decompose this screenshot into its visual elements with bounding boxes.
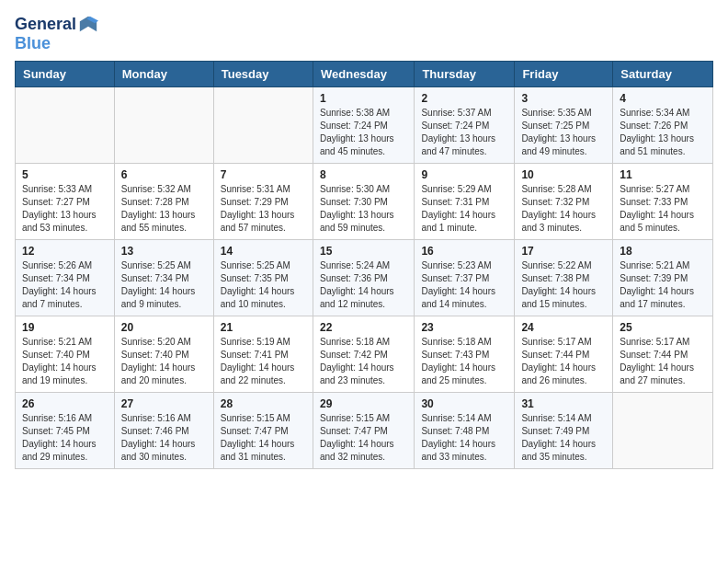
calendar-cell: 3Sunrise: 5:35 AMSunset: 7:25 PMDaylight… (515, 86, 613, 163)
day-info: Sunrise: 5:23 AMSunset: 7:37 PMDaylight:… (421, 259, 507, 311)
header-saturday: Saturday (613, 61, 713, 86)
day-number: 8 (320, 168, 407, 181)
day-info: Sunrise: 5:14 AMSunset: 7:49 PMDaylight:… (521, 412, 606, 464)
header-friday: Friday (515, 61, 613, 86)
calendar-cell: 6Sunrise: 5:32 AMSunset: 7:28 PMDaylight… (114, 163, 213, 239)
calendar-cell: 12Sunrise: 5:26 AMSunset: 7:34 PMDayligh… (16, 239, 115, 316)
day-info: Sunrise: 5:38 AMSunset: 7:24 PMDaylight:… (320, 107, 407, 158)
day-info: Sunrise: 5:21 AMSunset: 7:40 PMDaylight:… (22, 336, 108, 387)
calendar-cell: 29Sunrise: 5:15 AMSunset: 7:47 PMDayligh… (313, 392, 414, 468)
header-sunday: Sunday (16, 61, 115, 86)
day-number: 16 (421, 245, 507, 258)
logo: General Blue (15, 15, 98, 53)
day-number: 9 (421, 168, 507, 181)
calendar-cell: 27Sunrise: 5:16 AMSunset: 7:46 PMDayligh… (114, 392, 213, 468)
calendar-cell: 24Sunrise: 5:17 AMSunset: 7:44 PMDayligh… (515, 316, 613, 392)
day-number: 26 (22, 397, 108, 410)
day-info: Sunrise: 5:17 AMSunset: 7:44 PMDaylight:… (521, 336, 606, 387)
calendar-cell: 14Sunrise: 5:25 AMSunset: 7:35 PMDayligh… (213, 239, 313, 316)
day-number: 7 (221, 168, 306, 181)
calendar-cell: 19Sunrise: 5:21 AMSunset: 7:40 PMDayligh… (16, 316, 115, 392)
logo-text: General (15, 16, 76, 34)
day-info: Sunrise: 5:33 AMSunset: 7:27 PMDaylight:… (22, 183, 108, 235)
calendar-cell: 7Sunrise: 5:31 AMSunset: 7:29 PMDaylight… (213, 163, 313, 239)
day-info: Sunrise: 5:19 AMSunset: 7:41 PMDaylight:… (221, 336, 306, 387)
calendar-cell: 10Sunrise: 5:28 AMSunset: 7:32 PMDayligh… (515, 163, 613, 239)
day-info: Sunrise: 5:25 AMSunset: 7:35 PMDaylight:… (221, 259, 306, 311)
day-info: Sunrise: 5:15 AMSunset: 7:47 PMDaylight:… (320, 412, 407, 464)
day-number: 12 (22, 245, 108, 258)
calendar-cell: 18Sunrise: 5:21 AMSunset: 7:39 PMDayligh… (613, 239, 713, 316)
day-info: Sunrise: 5:20 AMSunset: 7:40 PMDaylight:… (121, 336, 207, 387)
calendar-week-3: 12Sunrise: 5:26 AMSunset: 7:34 PMDayligh… (16, 239, 713, 316)
day-number: 17 (521, 245, 606, 258)
calendar-cell: 2Sunrise: 5:37 AMSunset: 7:24 PMDaylight… (415, 86, 515, 163)
day-number: 24 (521, 321, 606, 334)
day-info: Sunrise: 5:18 AMSunset: 7:42 PMDaylight:… (320, 336, 407, 387)
calendar-table: SundayMondayTuesdayWednesdayThursdayFrid… (15, 61, 713, 469)
day-info: Sunrise: 5:34 AMSunset: 7:26 PMDaylight:… (620, 107, 706, 158)
day-number: 3 (521, 92, 606, 105)
day-number: 22 (320, 321, 407, 334)
calendar-cell: 25Sunrise: 5:17 AMSunset: 7:44 PMDayligh… (613, 316, 713, 392)
header-monday: Monday (114, 61, 213, 86)
day-info: Sunrise: 5:21 AMSunset: 7:39 PMDaylight:… (620, 259, 706, 311)
day-info: Sunrise: 5:17 AMSunset: 7:44 PMDaylight:… (620, 336, 706, 387)
day-number: 6 (121, 168, 207, 181)
calendar-cell: 15Sunrise: 5:24 AMSunset: 7:36 PMDayligh… (313, 239, 414, 316)
day-info: Sunrise: 5:15 AMSunset: 7:47 PMDaylight:… (221, 412, 306, 464)
calendar-week-2: 5Sunrise: 5:33 AMSunset: 7:27 PMDaylight… (16, 163, 713, 239)
day-number: 5 (22, 168, 108, 181)
day-number: 29 (320, 397, 407, 410)
day-number: 25 (620, 321, 706, 334)
day-number: 19 (22, 321, 108, 334)
day-info: Sunrise: 5:37 AMSunset: 7:24 PMDaylight:… (421, 107, 507, 158)
calendar-week-1: 1Sunrise: 5:38 AMSunset: 7:24 PMDaylight… (16, 86, 713, 163)
day-number: 11 (620, 168, 706, 181)
header-wednesday: Wednesday (313, 61, 414, 86)
day-info: Sunrise: 5:28 AMSunset: 7:32 PMDaylight:… (521, 183, 606, 235)
day-info: Sunrise: 5:31 AMSunset: 7:29 PMDaylight:… (221, 183, 306, 235)
calendar-cell: 1Sunrise: 5:38 AMSunset: 7:24 PMDaylight… (313, 86, 414, 163)
calendar-cell: 4Sunrise: 5:34 AMSunset: 7:26 PMDaylight… (613, 86, 713, 163)
logo-icon (78, 15, 98, 35)
day-number: 23 (421, 321, 507, 334)
calendar-cell: 5Sunrise: 5:33 AMSunset: 7:27 PMDaylight… (16, 163, 115, 239)
day-info: Sunrise: 5:18 AMSunset: 7:43 PMDaylight:… (421, 336, 507, 387)
day-info: Sunrise: 5:27 AMSunset: 7:33 PMDaylight:… (620, 183, 706, 235)
day-number: 30 (421, 397, 507, 410)
calendar-cell (213, 86, 313, 163)
day-number: 13 (121, 245, 207, 258)
day-number: 21 (221, 321, 306, 334)
day-info: Sunrise: 5:24 AMSunset: 7:36 PMDaylight:… (320, 259, 407, 311)
day-number: 1 (320, 92, 407, 105)
calendar-cell: 21Sunrise: 5:19 AMSunset: 7:41 PMDayligh… (213, 316, 313, 392)
calendar-week-5: 26Sunrise: 5:16 AMSunset: 7:45 PMDayligh… (16, 392, 713, 468)
day-info: Sunrise: 5:22 AMSunset: 7:38 PMDaylight:… (521, 259, 606, 311)
calendar-cell: 30Sunrise: 5:14 AMSunset: 7:48 PMDayligh… (415, 392, 515, 468)
day-number: 28 (221, 397, 306, 410)
day-number: 27 (121, 397, 207, 410)
calendar-header-row: SundayMondayTuesdayWednesdayThursdayFrid… (16, 61, 713, 86)
day-number: 18 (620, 245, 706, 258)
day-info: Sunrise: 5:26 AMSunset: 7:34 PMDaylight:… (22, 259, 108, 311)
day-info: Sunrise: 5:29 AMSunset: 7:31 PMDaylight:… (421, 183, 507, 235)
day-info: Sunrise: 5:16 AMSunset: 7:45 PMDaylight:… (22, 412, 108, 464)
day-number: 4 (620, 92, 706, 105)
calendar-cell (613, 392, 713, 468)
day-info: Sunrise: 5:32 AMSunset: 7:28 PMDaylight:… (121, 183, 207, 235)
calendar-cell: 16Sunrise: 5:23 AMSunset: 7:37 PMDayligh… (415, 239, 515, 316)
calendar-cell (16, 86, 115, 163)
day-info: Sunrise: 5:16 AMSunset: 7:46 PMDaylight:… (121, 412, 207, 464)
day-number: 31 (521, 397, 606, 410)
calendar-cell: 8Sunrise: 5:30 AMSunset: 7:30 PMDaylight… (313, 163, 414, 239)
calendar-cell: 23Sunrise: 5:18 AMSunset: 7:43 PMDayligh… (415, 316, 515, 392)
header-thursday: Thursday (415, 61, 515, 86)
day-info: Sunrise: 5:25 AMSunset: 7:34 PMDaylight:… (121, 259, 207, 311)
day-number: 15 (320, 245, 407, 258)
calendar-cell: 26Sunrise: 5:16 AMSunset: 7:45 PMDayligh… (16, 392, 115, 468)
calendar-cell: 9Sunrise: 5:29 AMSunset: 7:31 PMDaylight… (415, 163, 515, 239)
day-number: 2 (421, 92, 507, 105)
page-header: General Blue (15, 15, 713, 53)
calendar-cell: 22Sunrise: 5:18 AMSunset: 7:42 PMDayligh… (313, 316, 414, 392)
